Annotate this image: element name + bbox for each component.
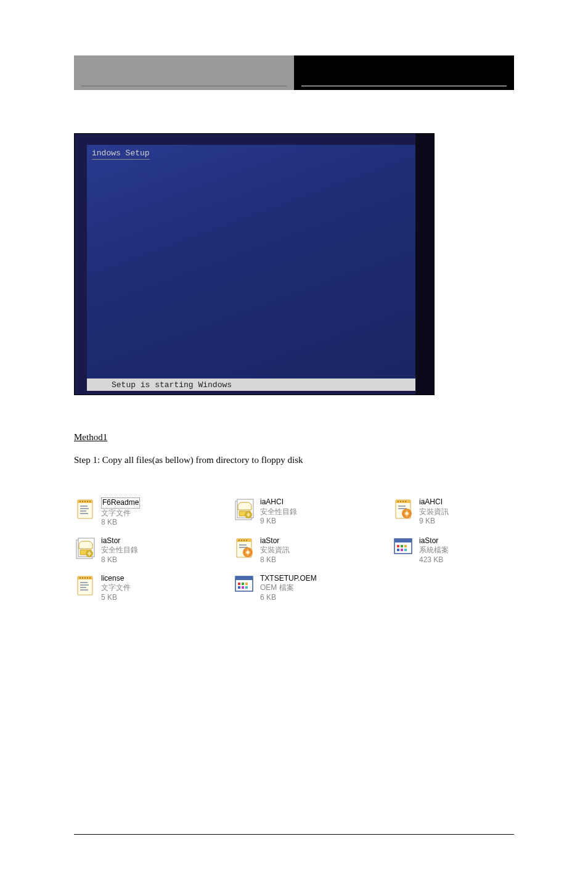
file-size: 8 KB bbox=[260, 555, 290, 565]
file-details: license文字文件5 KB bbox=[101, 574, 131, 603]
method-label: Method1 bbox=[74, 432, 514, 443]
file-details: iaAHCI安全性目錄9 KB bbox=[260, 497, 297, 526]
file-size: 423 KB bbox=[419, 555, 449, 565]
file-type: 安裝資訊 bbox=[260, 546, 290, 555]
file-name: license bbox=[101, 574, 131, 584]
file-grid: F6Readme文字文件8 KBiaAHCI安全性目錄9 KBiaAHCI安裝資… bbox=[74, 497, 514, 602]
setup-status-text: Setup is starting Windows bbox=[112, 380, 232, 390]
file-name: iaStor bbox=[101, 536, 138, 546]
page-header bbox=[74, 55, 514, 90]
file-item: TXTSETUP.OEMOEM 檔案6 KB bbox=[233, 574, 355, 603]
setup-status-bar: Setup is starting Windows bbox=[87, 379, 415, 391]
setup-title: indows Setup bbox=[92, 149, 150, 160]
inf-icon bbox=[392, 497, 414, 522]
file-item: license文字文件5 KB bbox=[74, 574, 196, 603]
file-type: 安裝資訊 bbox=[419, 507, 449, 517]
file-item: iaAHCI安全性目錄9 KB bbox=[233, 497, 355, 528]
file-size: 6 KB bbox=[260, 593, 317, 603]
file-name: TXTSETUP.OEM bbox=[260, 574, 317, 584]
file-size: 9 KB bbox=[260, 517, 297, 526]
file-details: iaAHCI安裝資訊9 KB bbox=[419, 497, 449, 526]
security-icon bbox=[233, 497, 255, 522]
file-type: 安全性目錄 bbox=[260, 507, 297, 517]
file-name: F6Readme bbox=[101, 497, 140, 509]
notepad-icon bbox=[74, 574, 96, 599]
file-item: iaStor系統檔案423 KB bbox=[392, 536, 514, 565]
header-right-section bbox=[294, 55, 514, 90]
file-details: F6Readme文字文件8 KB bbox=[101, 497, 140, 528]
file-details: iaStor安裝資訊8 KB bbox=[260, 536, 290, 565]
page-footer-line bbox=[74, 834, 514, 835]
sys-icon bbox=[392, 536, 414, 561]
inf-icon bbox=[233, 536, 255, 561]
instruction-text: Step 1: Copy all files(as bellow) from d… bbox=[74, 454, 514, 467]
file-name: iaAHCI bbox=[419, 497, 449, 507]
file-details: TXTSETUP.OEMOEM 檔案6 KB bbox=[260, 574, 317, 603]
windows-setup-screenshot: indows Setup Setup is starting Windows bbox=[74, 133, 435, 395]
oem-icon bbox=[233, 574, 255, 599]
file-name: iaStor bbox=[260, 536, 290, 546]
file-type: 安全性目錄 bbox=[101, 546, 138, 555]
screenshot-border bbox=[415, 134, 434, 395]
file-size: 8 KB bbox=[101, 555, 138, 565]
setup-screen: indows Setup Setup is starting Windows bbox=[87, 145, 415, 391]
file-item: iaStor安裝資訊8 KB bbox=[233, 536, 355, 565]
file-name: iaAHCI bbox=[260, 497, 297, 507]
file-item: iaAHCI安裝資訊9 KB bbox=[392, 497, 514, 528]
file-name: iaStor bbox=[419, 536, 449, 546]
file-details: iaStor系統檔案423 KB bbox=[419, 536, 449, 565]
file-size: 5 KB bbox=[101, 593, 131, 603]
file-item: iaStor安全性目錄8 KB bbox=[74, 536, 196, 565]
file-size: 8 KB bbox=[101, 518, 140, 528]
file-details: iaStor安全性目錄8 KB bbox=[101, 536, 138, 565]
file-type: 文字文件 bbox=[101, 583, 131, 593]
file-type: OEM 檔案 bbox=[260, 583, 317, 593]
file-size: 9 KB bbox=[419, 517, 449, 526]
notepad-icon bbox=[74, 497, 96, 522]
file-item: F6Readme文字文件8 KB bbox=[74, 497, 196, 528]
file-type: 系統檔案 bbox=[419, 546, 449, 555]
header-right-text bbox=[301, 75, 507, 86]
header-left-section bbox=[74, 55, 294, 90]
header-left-text bbox=[81, 86, 287, 86]
file-type: 文字文件 bbox=[101, 509, 140, 518]
security-icon bbox=[74, 536, 96, 561]
